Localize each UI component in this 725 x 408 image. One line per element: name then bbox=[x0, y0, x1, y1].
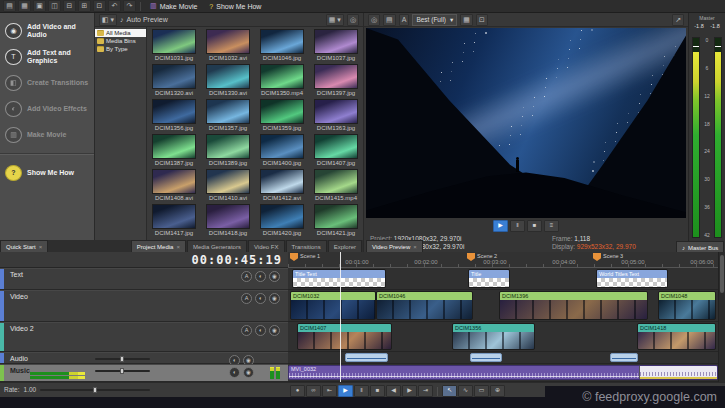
new-project-icon[interactable]: ▤ bbox=[3, 0, 16, 12]
redo-icon[interactable]: ↷ bbox=[123, 0, 136, 12]
properties-icon[interactable]: ◫ bbox=[48, 0, 61, 12]
media-thumbnail[interactable]: DCIM1421.jpg bbox=[311, 204, 361, 237]
track-header-video2[interactable]: Video 2A◐◉ bbox=[0, 322, 288, 352]
media-thumbnail[interactable]: DCIM1363.jpg bbox=[311, 99, 361, 132]
rate-slider[interactable] bbox=[40, 389, 150, 391]
tab-explorer[interactable]: Explorer bbox=[328, 240, 362, 252]
track-header-video[interactable]: VideoA◐◉ bbox=[0, 290, 288, 322]
media-thumbnail[interactable]: DCIM1359.jpg bbox=[257, 99, 307, 132]
preview-stop-button[interactable]: ■ bbox=[527, 220, 542, 232]
rate-slider-thumb[interactable] bbox=[93, 387, 97, 393]
marker-flag-2[interactable] bbox=[467, 253, 475, 261]
preview-menu-button[interactable]: ≡ bbox=[544, 220, 559, 232]
copy-icon[interactable]: ⊞ bbox=[78, 0, 91, 12]
pan-icon[interactable]: ◐ bbox=[255, 325, 266, 336]
media-bin-icon[interactable]: ◧ ▾ bbox=[99, 14, 117, 26]
audio-clip[interactable] bbox=[470, 353, 502, 362]
media-thumbnail[interactable]: DCIM1420.jpg bbox=[257, 204, 307, 237]
selected-audio-event[interactable] bbox=[639, 366, 717, 379]
close-icon[interactable]: × bbox=[413, 243, 417, 251]
media-thumbnail[interactable]: DCIM1350.mp4 bbox=[257, 64, 307, 97]
media-thumbnail[interactable]: DCIM1389.jpg bbox=[203, 134, 253, 167]
tab-transitions[interactable]: Transitions bbox=[286, 240, 327, 252]
automation-icon[interactable]: A bbox=[241, 293, 252, 304]
auto-preview-icon[interactable]: ♪ bbox=[120, 16, 124, 23]
close-icon[interactable]: × bbox=[39, 243, 43, 251]
preview-pause-button[interactable]: ‖ bbox=[510, 220, 525, 232]
track-header-music[interactable]: Music◐◉ bbox=[0, 364, 288, 382]
track-lane-music[interactable]: MVI_0032 bbox=[288, 364, 718, 382]
video-clip[interactable]: DCIM1048 bbox=[658, 291, 716, 320]
pan-icon[interactable]: ◐ bbox=[229, 367, 240, 378]
normal-edit-tool-button[interactable]: ↖ bbox=[442, 385, 457, 397]
automation-icon[interactable]: A bbox=[241, 271, 252, 282]
volume-slider[interactable] bbox=[95, 358, 150, 360]
playback-cursor[interactable] bbox=[340, 252, 341, 382]
media-thumbnail[interactable]: DCIM1330.avi bbox=[203, 64, 253, 97]
track-fx-icon[interactable]: ◉ bbox=[269, 271, 280, 282]
media-thumbnail[interactable]: DCIM1418.jpg bbox=[203, 204, 253, 237]
track-lane-video2[interactable]: DCIM1407DCIM1356DCIM1418 bbox=[288, 322, 718, 352]
cut-icon[interactable]: ⊟ bbox=[63, 0, 76, 12]
media-thumbnail[interactable]: DCIM1357.jpg bbox=[203, 99, 253, 132]
stop-button[interactable]: ■ bbox=[370, 385, 385, 397]
media-thumbnail[interactable]: DCIM1417.jpg bbox=[149, 204, 199, 237]
paste-icon[interactable]: ⊡ bbox=[93, 0, 106, 12]
media-properties-icon[interactable]: ◎ bbox=[347, 14, 359, 26]
title-clip[interactable]: World Titles Text bbox=[596, 269, 668, 288]
track-header-text[interactable]: TextA◐◉ bbox=[0, 268, 288, 290]
tab-project-media[interactable]: Project Media× bbox=[131, 240, 186, 252]
views-icon[interactable]: ▦ ▾ bbox=[326, 14, 344, 26]
envelope-edit-tool-button[interactable]: ∿ bbox=[458, 385, 473, 397]
video-clip[interactable]: DCIM1046 bbox=[376, 291, 473, 320]
zoom-edit-tool-button[interactable]: ⊕ bbox=[490, 385, 505, 397]
media-thumbnail[interactable]: DCIM1397.jpg bbox=[311, 64, 361, 97]
title-clip[interactable]: Title Text bbox=[292, 269, 386, 288]
make-movie-button[interactable]: ▥ Make Movie bbox=[145, 1, 202, 12]
timeline-ruler[interactable]: 00:01:0000:02:0000:03:0000:04:0000:05:00… bbox=[288, 252, 718, 268]
marker-flag-3[interactable] bbox=[593, 253, 601, 261]
scrollbar-thumb[interactable] bbox=[720, 255, 724, 293]
sidebar-item-show-me-how[interactable]: ?Show Me How bbox=[0, 160, 94, 186]
media-thumbnail[interactable]: DCIM1407.jpg bbox=[311, 134, 361, 167]
media-thumbnail[interactable]: DCIM1356.jpg bbox=[149, 99, 199, 132]
track-fx-icon[interactable]: ◉ bbox=[269, 293, 280, 304]
music-clip[interactable]: MVI_0032 bbox=[288, 365, 718, 380]
automation-icon[interactable]: A bbox=[241, 325, 252, 336]
audio-clip[interactable] bbox=[610, 353, 638, 362]
selection-edit-tool-button[interactable]: ▭ bbox=[474, 385, 489, 397]
track-lane-text[interactable]: Title TextTitleWorld Titles Text bbox=[288, 268, 718, 290]
grid-overlay-icon[interactable]: ⊡ bbox=[476, 14, 488, 26]
media-thumbnail[interactable]: DCIM1410.avi bbox=[203, 169, 253, 202]
track-header-audio[interactable]: Audio◐◉ bbox=[0, 352, 288, 364]
loop-playback-button[interactable]: ∞ bbox=[306, 385, 321, 397]
overlay-icon[interactable]: A bbox=[399, 14, 410, 26]
media-thumbnail[interactable]: DCIM1320.avi bbox=[149, 64, 199, 97]
video-clip[interactable]: DCIM1418 bbox=[637, 323, 716, 350]
record-button[interactable]: ● bbox=[290, 385, 305, 397]
previous-frame-button[interactable]: ◀ bbox=[386, 385, 401, 397]
project-properties-icon[interactable]: ◎ bbox=[368, 14, 380, 26]
preview-settings-icon[interactable]: ▤ bbox=[383, 14, 396, 26]
undo-icon[interactable]: ↶ bbox=[108, 0, 121, 12]
volume-slider-thumb[interactable] bbox=[120, 368, 124, 374]
media-thumbnail[interactable]: DCIM1412.avi bbox=[257, 169, 307, 202]
title-clip[interactable]: Title bbox=[468, 269, 510, 288]
tree-item-by-type[interactable]: By Type bbox=[95, 45, 146, 53]
video-clip[interactable]: DCIM1407 bbox=[297, 323, 392, 350]
media-thumbnail[interactable]: DCIM1037.jpg bbox=[311, 29, 361, 62]
go-to-start-button[interactable]: ⇤ bbox=[322, 385, 337, 397]
media-thumbnail[interactable]: DCIM1408.avi bbox=[149, 169, 199, 202]
sidebar-item-add-video-and-audio[interactable]: ◉Add Video and Audio bbox=[0, 18, 94, 44]
volume-slider[interactable] bbox=[95, 370, 150, 372]
media-thumbnail[interactable]: DCIM1387.jpg bbox=[149, 134, 199, 167]
external-monitor-icon[interactable]: ↗ bbox=[672, 14, 684, 26]
media-thumbnail[interactable]: DCIM1400.jpg bbox=[257, 134, 307, 167]
media-thumbnail[interactable]: DCIM1032.avi bbox=[203, 29, 253, 62]
audio-clip[interactable] bbox=[345, 353, 388, 362]
volume-slider-thumb[interactable] bbox=[120, 356, 124, 362]
tree-item-media-bins[interactable]: Media Bins bbox=[95, 37, 146, 45]
media-thumbnail[interactable]: DCIM1415.mp4 bbox=[311, 169, 361, 202]
preview-play-button[interactable]: ▶ bbox=[493, 220, 508, 232]
open-project-icon[interactable]: ▦ bbox=[18, 0, 31, 12]
